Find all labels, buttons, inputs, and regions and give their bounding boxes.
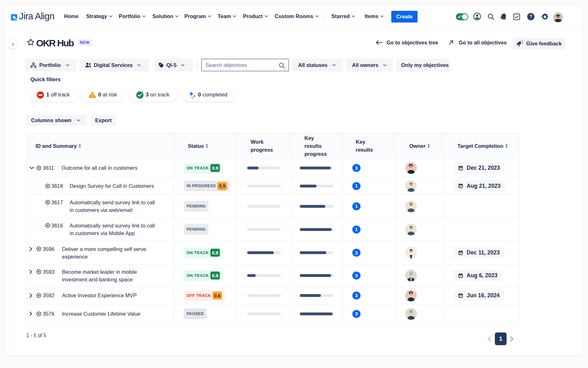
svg-text:?: ?	[529, 14, 532, 19]
